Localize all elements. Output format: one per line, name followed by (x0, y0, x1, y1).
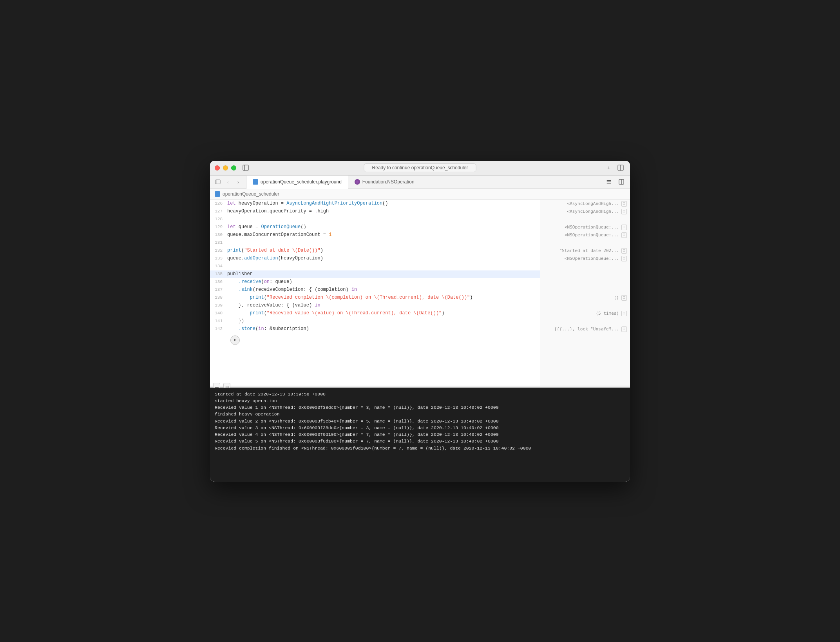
code-line-133: 133 queue.addOperation(heavyOperation) (210, 255, 540, 263)
status-text: Ready to continue operationQueue_schedul… (364, 163, 476, 172)
code-line-130: 130 queue.maxConcurrentOperationCount = … (210, 231, 540, 239)
code-editor[interactable]: 126 let heavyOperation = AsyncLongAndHig… (210, 200, 540, 386)
forward-button[interactable]: › (234, 178, 242, 186)
tab-foundation-label: Foundation.NSOperation (362, 179, 415, 185)
console-line-2: started heavy operation (215, 397, 625, 404)
svg-rect-0 (243, 165, 248, 170)
result-128 (540, 216, 630, 223)
result-130: <NSOperationQueue:... □ (540, 231, 630, 239)
console-line-4: finished heavy operation (215, 411, 625, 417)
console-line-3: Recevied value 1 on <NSThread: 0x600003f… (215, 404, 625, 411)
result-138: () □ (540, 294, 630, 302)
result-129: <NSOperationQueue:... □ (540, 223, 630, 231)
code-line-138: 138 print("Recevied completion \(complet… (210, 294, 540, 302)
code-lines: 126 let heavyOperation = AsyncLongAndHig… (210, 200, 540, 386)
code-line-141: 141 }) (210, 317, 540, 325)
foundation-file-icon (355, 179, 360, 185)
result-133: <NSOperationQueue:... □ (540, 255, 630, 263)
code-line-139: 139 }, receiveValue: { (value) in (210, 302, 540, 310)
maximize-button[interactable] (231, 165, 236, 170)
code-line-137: 137 .sink(receiveCompletion: { (completi… (210, 286, 540, 294)
traffic-lights (215, 165, 236, 170)
main-window: Ready to continue operationQueue_schedul… (210, 161, 630, 482)
breadcrumb-label: operationQueue_scheduler (223, 191, 279, 197)
main-content: 126 let heavyOperation = AsyncLongAndHig… (210, 200, 630, 482)
result-eyeball-129[interactable]: □ (621, 225, 627, 230)
split-view-icon[interactable] (617, 178, 626, 186)
result-136 (540, 278, 630, 286)
result-126: <AsyncLongAndHigh... □ (540, 200, 630, 208)
status-bar: Ready to continue operationQueue_schedul… (364, 163, 476, 172)
tab-playground[interactable]: operationQueue_scheduler.playground (246, 176, 348, 189)
back-button[interactable]: ‹ (224, 178, 232, 186)
code-line-127: 127 heavyOperation.queuePriority = .high (210, 208, 540, 216)
results-sidebar: <AsyncLongAndHigh... □ <AsyncLongAndHigh… (540, 200, 630, 386)
result-141 (540, 317, 630, 325)
code-line-128: 128 (210, 216, 540, 223)
sidebar-toggle-icon[interactable] (241, 163, 250, 172)
code-line-131: 131 (210, 239, 540, 247)
result-132: "Started at date 202... □ (540, 247, 630, 255)
console-line-7: Recevied value 4 on <NSThread: 0x600003f… (215, 431, 625, 438)
console-line-1: Started at date 2020-12-13 10:39:58 +000… (215, 391, 625, 397)
console-line-5: Recevied value 2 on <NSThread: 0x600003f… (215, 418, 625, 424)
result-eyeball-140[interactable]: □ (621, 311, 627, 316)
breadcrumb-file-icon (215, 191, 220, 197)
add-editor-button[interactable]: + (604, 163, 614, 172)
result-eyeball-130[interactable]: □ (621, 232, 627, 238)
console-line-9: Recevied completion finished on <NSThrea… (215, 445, 625, 452)
tab-list: operationQueue_scheduler.playground Foun… (246, 176, 600, 189)
svg-rect-4 (215, 180, 220, 184)
result-139 (540, 302, 630, 310)
code-line-129: 129 let queue = OperationQueue() (210, 223, 540, 231)
result-127: <AsyncLongAndHigh... □ (540, 208, 630, 216)
result-134 (540, 263, 630, 270)
run-button-row: ▶ (210, 333, 540, 346)
code-line-134: 134 (210, 263, 540, 270)
result-142: {{{...}, lock "UnsafeM... □ (540, 325, 630, 333)
editor-area: 126 let heavyOperation = AsyncLongAndHig… (210, 200, 630, 386)
result-eyeball-126[interactable]: □ (621, 201, 627, 207)
navigation-buttons: ‹ › (210, 176, 246, 189)
tab-playground-label: operationQueue_scheduler.playground (261, 179, 342, 185)
result-140: (5 times) □ (540, 310, 630, 317)
result-131 (540, 239, 630, 247)
split-editor-button[interactable] (616, 163, 625, 172)
tab-foundation[interactable]: Foundation.NSOperation (348, 176, 421, 189)
result-eyeball-142[interactable]: □ (621, 326, 627, 332)
minimize-button[interactable] (223, 165, 228, 170)
result-eyeball-132[interactable]: □ (621, 248, 627, 254)
titlebar-right-actions: + (604, 163, 625, 172)
code-line-136: 136 .receive(on: queue) (210, 278, 540, 286)
result-137 (540, 286, 630, 294)
console-area[interactable]: Started at date 2020-12-13 10:39:58 +000… (210, 388, 630, 482)
editor-options-icon[interactable] (604, 178, 614, 186)
code-line-142: 142 .store(in: &subscription) (210, 325, 540, 333)
code-line-126: 126 let heavyOperation = AsyncLongAndHig… (210, 200, 540, 208)
titlebar: Ready to continue operationQueue_schedul… (210, 161, 630, 176)
tabbar: ‹ › operationQueue_scheduler.playground … (210, 176, 630, 189)
close-button[interactable] (215, 165, 220, 170)
result-eyeball-127[interactable]: □ (621, 209, 627, 214)
code-line-140: 140 print("Recevied value \(value) on \(… (210, 310, 540, 317)
code-line-135: 135 publisher (210, 270, 540, 278)
result-eyeball-138[interactable]: □ (621, 295, 627, 301)
console-line-6: Recevied value 3 on <NSThread: 0x600003f… (215, 424, 625, 431)
tabbar-right-actions (600, 176, 630, 189)
result-eyeball-133[interactable]: □ (621, 256, 627, 261)
sidebar-toggle-btn[interactable] (214, 178, 222, 186)
breadcrumb-bar: operationQueue_scheduler (210, 189, 630, 200)
playground-file-icon (253, 179, 258, 185)
code-line-132: 132 print("Started at date \(Date())") (210, 247, 540, 255)
run-button[interactable]: ▶ (230, 336, 240, 345)
console-line-8: Recevied value 5 on <NSThread: 0x600003f… (215, 438, 625, 444)
result-135 (540, 270, 630, 278)
